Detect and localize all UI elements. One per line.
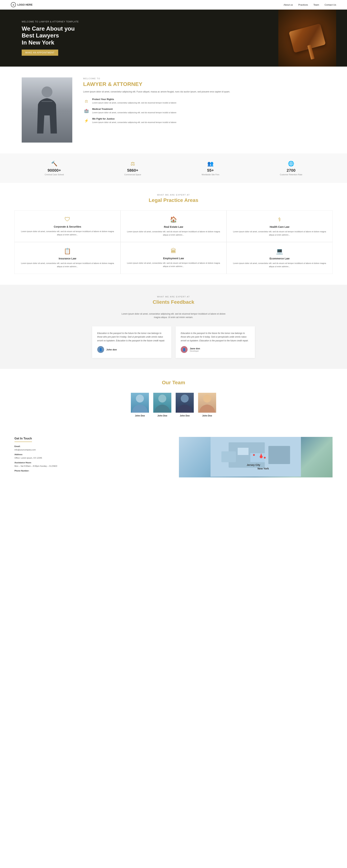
justice-icon: ⚡ [83, 117, 90, 124]
nav-item-practices[interactable]: Practices [298, 3, 308, 6]
nav-item-about[interactable]: About us [284, 3, 293, 6]
reviewer-jane-info: Jane don Developer [190, 347, 200, 352]
nav-links: About us Practices Team Contact Us [284, 3, 336, 6]
healthcare-icon: ⚕ [231, 216, 328, 223]
stat-criminal-label: Criminal Case Solved [45, 174, 64, 176]
practice-realestate-desc: Lorem ipsum dolor sit amet, consectetur … [125, 230, 222, 237]
feature-protect-text: Protect Your Rights Lorem ipsum dolor si… [92, 98, 176, 104]
feedback-description: Lorem ipsum dolor sit amet, consectetur … [119, 312, 228, 319]
feature-medical-desc: Lorem ipsum dolor sit amet, consectetur … [92, 111, 176, 114]
stats-section: 🔨 90000+ Criminal Case Solved ⚖ 5860+ Co… [0, 153, 347, 183]
team-name-3: John Doe [176, 414, 194, 417]
realestate-icon: 🏠 [125, 216, 222, 223]
footer-info: Email: info@yourcompany.com Address Offi… [14, 445, 168, 472]
team-member-2: John Doe [153, 393, 171, 417]
practice-title: Legal Practice Areas [14, 197, 333, 203]
feature-medical-text: Medical Treatment Lorem ipsum dolor sit … [92, 107, 176, 114]
feature-justice-desc: Lorem ipsum dolor sit amet, consectetur … [92, 121, 176, 124]
hero-cta-button[interactable]: MAKE AN APPOINTMENT [22, 50, 58, 56]
footer-phone-label: Phone Number: [14, 469, 168, 472]
map-svg: Jersey City New York [179, 437, 333, 477]
insurance-icon: 📋 [19, 248, 116, 254]
member3-svg [176, 393, 194, 413]
practice-insurance-desc: Lorem ipsum dolor sit amet, consectetur … [19, 262, 116, 268]
reviewer-jane: 👤 Jane don Developer [181, 346, 250, 353]
feedback-text-john: Education is the passport to the future … [97, 332, 166, 342]
welcome-title: LAWYER & ATTORNEY [83, 81, 325, 87]
member1-svg [131, 393, 149, 413]
team-name-2: John Doe [153, 414, 171, 417]
practice-label: WHAT WE ARE EXPERT AT [14, 194, 333, 196]
team-name-4: John Doe [198, 414, 216, 417]
feature-protect: ⚖ Protect Your Rights Lorem ipsum dolor … [83, 98, 325, 104]
footer-address-label: Address [14, 453, 168, 456]
hero-section: WELCOME TO LAWYER & ATTORNEY TEMPLATE We… [0, 9, 347, 67]
ecommerce-icon: 💻 [231, 248, 328, 254]
team-photo-4 [198, 393, 216, 413]
footer-hours-value: Mon – Sat 9:00am – 8:00pm Sunday – CLOSE… [14, 465, 57, 467]
feedback-card-jane: Education is the passport to the future … [176, 327, 255, 358]
stat-customer: 🌐 2700 Customer Retention Rate [280, 161, 302, 176]
employment-icon: 🏛 [125, 248, 222, 254]
svg-point-4 [181, 395, 189, 403]
nav-item-team[interactable]: Team [313, 3, 319, 6]
stat-commercial: ⚖ 5860+ Commercial Space [124, 161, 141, 176]
hammer-icon: 🔨 [45, 161, 64, 166]
people-icon: 👥 [202, 161, 219, 166]
protect-icon: ⚖ [83, 98, 90, 104]
footer-email: Email: info@yourcompany.com [14, 445, 168, 451]
team-photo-2 [153, 393, 171, 413]
footer-hours-label: Assistance Hours [14, 461, 168, 464]
team-photo-3 [176, 393, 194, 413]
footer: Get In Touch Email: info@yourcompany.com… [0, 428, 347, 483]
practice-employment-title: Employment Law [125, 257, 222, 260]
stat-criminal: 🔨 90000+ Criminal Case Solved [45, 161, 64, 176]
person-silhouette [22, 78, 72, 143]
stat-commercial-number: 5860+ [124, 168, 141, 173]
footer-address-value: Office: Lorem ipsum, XX 12345 [14, 457, 42, 459]
practice-section: WHAT WE ARE EXPERT AT Legal Practice Are… [0, 183, 347, 285]
practice-realestate-title: Real Estate Law [125, 225, 222, 228]
stat-worldwide-label: Worldwide Site Firm [202, 174, 219, 176]
feedback-section: WHAT WE ARE EXPERT AT Clients Feedback L… [0, 285, 347, 369]
logo: ◎ LOGO HERE [11, 2, 33, 7]
logo-text: LOGO HERE [18, 3, 33, 6]
member2-svg [153, 393, 171, 413]
svg-point-2 [136, 395, 144, 403]
practice-card-insurance: 📋 Insurance Law Lorem ipsum dolor sit am… [14, 242, 120, 274]
welcome-text: WELCOME TO LAWYER & ATTORNEY Lorem ipsum… [83, 78, 325, 127]
practice-corporate-title: Corporate & Securities [19, 225, 116, 228]
lawyer-photo [22, 78, 72, 143]
feature-justice-title: We Fight for Justice [92, 117, 176, 120]
reviewer-john-info: John don [106, 348, 117, 351]
team-member-3: John Doe [176, 393, 194, 417]
navbar: ◎ LOGO HERE About us Practices Team Cont… [0, 0, 347, 9]
stat-commercial-label: Commercial Space [124, 174, 141, 176]
practice-corporate-desc: Lorem ipsum dolor sit amet, consectetur … [19, 230, 116, 236]
feature-protect-desc: Lorem ipsum dolor sit amet, consectetur … [92, 101, 176, 104]
svg-point-3 [158, 395, 166, 403]
practice-healthcare-title: Health Care Law [231, 225, 328, 228]
stat-customer-number: 2700 [280, 168, 302, 173]
feedback-title: Clients Feedback [14, 299, 333, 305]
person-svg [36, 83, 58, 137]
practice-healthcare-desc: Lorem ipsum dolor sit amet, consectetur … [231, 230, 328, 237]
practice-card-employment: 🏛 Employment Law Lorem ipsum dolor sit a… [120, 242, 227, 274]
feature-protect-title: Protect Your Rights [92, 98, 176, 101]
team-member-4: John Doe [198, 393, 216, 417]
hero-content: WELCOME TO LAWYER & ATTORNEY TEMPLATE We… [22, 21, 79, 56]
footer-map: Jersey City New York [179, 437, 333, 477]
practice-card-corporate: 🛡 Corporate & Securities Lorem ipsum dol… [14, 210, 120, 242]
member4-svg [198, 393, 216, 413]
svg-point-5 [203, 395, 211, 403]
svg-point-0 [42, 87, 53, 97]
nav-item-contact[interactable]: Contact Us [324, 3, 336, 6]
logo-icon: ◎ [11, 2, 16, 7]
footer-email-value: info@yourcompany.com [14, 448, 36, 451]
john-name: John don [106, 348, 117, 351]
svg-rect-1 [42, 101, 53, 102]
stat-worldwide-number: 55+ [202, 168, 219, 173]
gavel-icon [289, 23, 326, 53]
medical-icon: 🏥 [83, 107, 90, 114]
stat-worldwide: 👥 55+ Worldwide Site Firm [202, 161, 219, 176]
